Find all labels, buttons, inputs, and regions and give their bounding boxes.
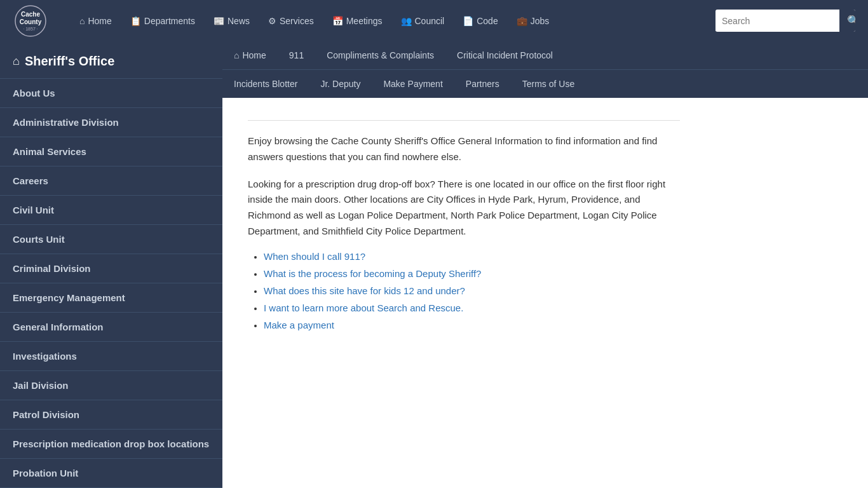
sidebar-item-civil-unit[interactable]: Civil Unit — [0, 196, 222, 224]
sidebar-item-emergency-management[interactable]: Emergency Management — [0, 283, 222, 312]
nav-meetings[interactable]: 📅 Meetings — [325, 11, 390, 31]
list-item: Patrol Division — [0, 400, 222, 430]
list-item: Careers — [0, 166, 222, 196]
list-item: Civil Unit — [0, 196, 222, 225]
departments-icon: 📋 — [130, 16, 141, 26]
sidebar-item-investigations[interactable]: Investigations — [0, 342, 222, 370]
link-when-911[interactable]: When should I call 911? — [264, 251, 365, 262]
sidebar-item-criminal-division[interactable]: Criminal Division — [0, 254, 222, 283]
sub-nav-jr-deputy[interactable]: Jr. Deputy — [309, 70, 372, 98]
search-input[interactable] — [715, 11, 839, 31]
news-icon: 📰 — [214, 16, 224, 26]
sidebar-item-animal-services[interactable]: Animal Services — [0, 137, 222, 166]
link-make-payment[interactable]: Make a payment — [264, 320, 334, 330]
sidebar-item-general-information[interactable]: General Information — [0, 313, 222, 341]
list-item: Make a payment — [264, 320, 680, 330]
logo-icon: Cache County · 1857 · — [13, 3, 48, 38]
services-icon: ⚙ — [268, 16, 276, 26]
sub-nav-home[interactable]: ⌂ Home — [222, 41, 278, 69]
sidebar-item-about-us[interactable]: About Us — [0, 79, 222, 107]
sidebar-menu: About Us Administrative Division Animal … — [0, 79, 222, 488]
sidebar-item-probation-unit[interactable]: Probation Unit — [0, 459, 222, 487]
link-kids[interactable]: What does this site have for kids 12 and… — [264, 285, 465, 296]
sidebar-item-careers[interactable]: Careers — [0, 166, 222, 195]
council-icon: 👥 — [401, 16, 412, 26]
list-item: Criminal Division — [0, 254, 222, 283]
sidebar-item-patrol-division[interactable]: Patrol Division — [0, 400, 222, 429]
sub-nav-incidents-blotter[interactable]: Incidents Blotter — [222, 70, 309, 98]
sidebar-item-prescription-drop-box[interactable]: Prescription medication drop box locatio… — [0, 430, 222, 458]
search-box: 🔍 — [715, 10, 855, 32]
meetings-icon: 📅 — [332, 16, 343, 26]
list-item: Animal Services — [0, 137, 222, 166]
home-icon: ⌂ — [79, 16, 85, 26]
nav-jobs[interactable]: 💼 Jobs — [509, 11, 557, 31]
nav-home[interactable]: ⌂ Home — [72, 11, 119, 31]
content-divider — [248, 120, 680, 121]
sub-nav-row-2: Incidents Blotter Jr. Deputy Make Paymen… — [222, 70, 868, 98]
svg-text:· 1857 ·: · 1857 · — [23, 27, 37, 31]
sub-nav-terms-of-use[interactable]: Terms of Use — [511, 70, 586, 98]
sub-nav-critical-incident[interactable]: Critical Incident Protocol — [445, 41, 564, 69]
list-item: What is the process for becoming a Deput… — [264, 268, 680, 279]
main-content: ⌂ Home 911 Compliments & Complaints Crit… — [222, 41, 868, 488]
sidebar: ⌂ Sheriff's Office About Us Administrati… — [0, 41, 222, 488]
sub-nav-partners[interactable]: Partners — [454, 70, 511, 98]
intro-paragraph-1: Enjoy browsing the Cache County Sheriff'… — [248, 133, 680, 165]
page-layout: ⌂ Sheriff's Office About Us Administrati… — [0, 41, 868, 488]
nav-links: ⌂ Home 📋 Departments 📰 News ⚙ Services 📅… — [72, 11, 715, 31]
sub-nav-row-1: ⌂ Home 911 Compliments & Complaints Crit… — [222, 41, 868, 69]
top-nav: Cache County · 1857 · ⌂ Home 📋 Departmen… — [0, 0, 868, 41]
intro-paragraph-2: Looking for a prescription drug drop-off… — [248, 177, 680, 240]
list-item: Prescription medication drop box locatio… — [0, 430, 222, 459]
sub-nav-911[interactable]: 911 — [278, 41, 315, 69]
code-icon: 📄 — [463, 16, 473, 26]
list-item: Courts Unit — [0, 225, 222, 254]
sidebar-item-jail-division[interactable]: Jail Division — [0, 371, 222, 400]
list-item: About Us — [0, 79, 222, 108]
list-item: When should I call 911? — [264, 251, 680, 262]
site-logo[interactable]: Cache County · 1857 · — [13, 3, 53, 38]
sub-home-icon: ⌂ — [234, 50, 239, 60]
svg-text:County: County — [19, 18, 41, 25]
info-links-list: When should I call 911? What is the proc… — [248, 251, 680, 330]
link-search-rescue[interactable]: I want to learn more about Search and Re… — [264, 302, 463, 313]
search-button[interactable]: 🔍 — [839, 10, 855, 32]
list-item: Probation Unit — [0, 459, 222, 488]
link-deputy-sheriff[interactable]: What is the process for becoming a Deput… — [264, 268, 481, 279]
list-item: I want to learn more about Search and Re… — [264, 302, 680, 313]
sidebar-home-icon: ⌂ — [13, 55, 20, 68]
list-item: Emergency Management — [0, 283, 222, 313]
svg-text:Cache: Cache — [20, 11, 39, 18]
list-item: Administrative Division — [0, 108, 222, 137]
list-item: Investigations — [0, 342, 222, 371]
jobs-icon: 💼 — [517, 16, 527, 26]
sidebar-item-courts-unit[interactable]: Courts Unit — [0, 225, 222, 254]
nav-code[interactable]: 📄 Code — [455, 11, 505, 31]
sidebar-item-administrative-division[interactable]: Administrative Division — [0, 108, 222, 137]
nav-council[interactable]: 👥 Council — [393, 11, 452, 31]
nav-departments[interactable]: 📋 Departments — [123, 11, 203, 31]
sub-nav-make-payment[interactable]: Make Payment — [372, 70, 454, 98]
nav-services[interactable]: ⚙ Services — [261, 11, 322, 31]
sub-nav: ⌂ Home 911 Compliments & Complaints Crit… — [222, 41, 868, 98]
list-item: General Information — [0, 313, 222, 342]
list-item: What does this site have for kids 12 and… — [264, 285, 680, 296]
nav-news[interactable]: 📰 News — [206, 11, 257, 31]
sidebar-title: ⌂ Sheriff's Office — [0, 41, 222, 79]
list-item: Jail Division — [0, 371, 222, 400]
content-area: Enjoy browsing the Cache County Sheriff'… — [222, 98, 705, 356]
sub-nav-compliments[interactable]: Compliments & Complaints — [315, 41, 445, 69]
